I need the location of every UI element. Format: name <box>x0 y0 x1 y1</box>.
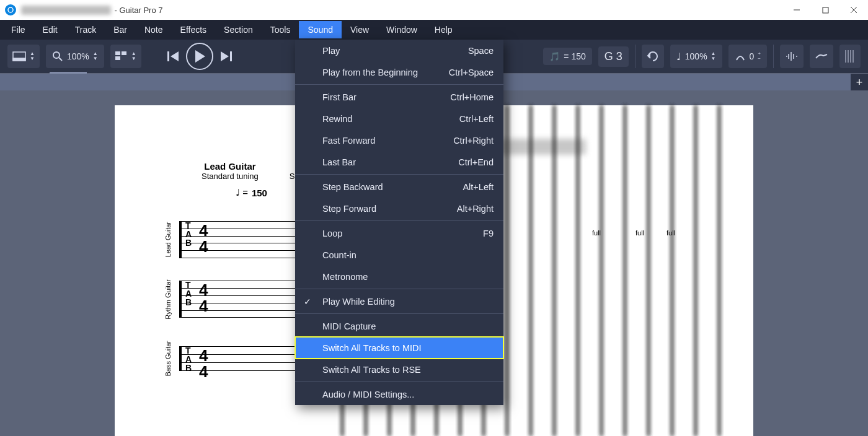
maximize-button[interactable] <box>811 0 839 20</box>
menu-item-step-backward[interactable]: Step BackwardAlt+Left <box>295 176 503 198</box>
menu-separator <box>295 289 503 289</box>
svg-rect-2 <box>823 7 828 13</box>
menu-item-first-bar[interactable]: First BarCtrl+Home <box>295 86 503 108</box>
menu-window[interactable]: Window <box>378 21 426 38</box>
menu-item-play-from-the-beginning[interactable]: Play from the BeginningCtrl+Space <box>295 61 503 83</box>
menu-note[interactable]: Note <box>136 21 172 38</box>
tempo-indicator[interactable]: 🎵 = 150 <box>543 48 591 65</box>
menu-item-play[interactable]: PlaySpace <box>295 40 503 61</box>
app-icon <box>5 4 16 15</box>
check-icon: ✓ <box>304 297 311 307</box>
zoom-control[interactable]: 100% ▲▼ <box>46 45 104 68</box>
jack-icon <box>815 52 828 61</box>
next-track-button[interactable] <box>219 50 233 63</box>
menu-effects[interactable]: Effects <box>172 21 216 38</box>
menu-bar[interactable]: Bar <box>105 21 136 38</box>
svg-rect-10 <box>122 51 126 55</box>
undo-button[interactable] <box>642 45 664 68</box>
menu-bar: FileEditTrackBarNoteEffectsSectionToolsS… <box>0 20 868 40</box>
menu-item-metronome[interactable]: Metronome <box>295 266 503 287</box>
play-button[interactable] <box>186 43 213 70</box>
menu-separator <box>295 313 503 314</box>
menu-separator <box>295 381 503 382</box>
soundwave-icon <box>785 51 799 62</box>
svg-rect-6 <box>13 58 25 61</box>
menu-separator <box>295 174 503 175</box>
menu-view[interactable]: View <box>342 21 378 38</box>
menu-item-switch-all-tracks-to-midi[interactable]: Switch All Tracks to MIDI <box>295 337 503 359</box>
tuner-control[interactable]: 0 +− <box>728 45 767 68</box>
zoom-value: 100% <box>67 51 89 61</box>
menu-item-last-bar[interactable]: Last BarCtrl+End <box>295 151 503 173</box>
fretboard-icon <box>844 50 856 63</box>
effects-button[interactable] <box>780 45 804 68</box>
chord-indicator[interactable]: G 3 <box>598 46 629 67</box>
menu-section[interactable]: Section <box>215 21 262 38</box>
menu-item-midi-capture[interactable]: MIDI Capture <box>295 315 503 337</box>
title-bar: xxxxxxxxxxxxxxxxxxxxx - Guitar Pro 7 <box>0 0 868 20</box>
note-icon: ♩ <box>676 51 681 63</box>
menu-item-count-in[interactable]: Count-in <box>295 244 503 266</box>
menu-edit[interactable]: Edit <box>34 21 66 38</box>
staff-label: Rythm Guitar <box>164 279 175 320</box>
svg-marker-14 <box>195 50 205 63</box>
svg-rect-12 <box>167 51 169 61</box>
menu-item-rewind[interactable]: RewindCtrl+Left <box>295 108 503 129</box>
minimize-button[interactable] <box>782 0 811 20</box>
search-icon <box>52 51 63 62</box>
window-title: xxxxxxxxxxxxxxxxxxxxx - Guitar Pro 7 <box>21 6 163 15</box>
cable-button[interactable] <box>810 45 833 68</box>
fretboard-button[interactable] <box>839 45 861 68</box>
menu-separator <box>295 220 503 221</box>
layout-switcher[interactable]: ▲▼ <box>7 45 40 68</box>
staff-label: Bass Guitar <box>164 341 175 376</box>
svg-line-8 <box>59 58 62 61</box>
menu-item-switch-all-tracks-to-rse[interactable]: Switch All Tracks to RSE <box>295 359 503 380</box>
svg-point-7 <box>53 52 60 58</box>
svg-rect-9 <box>115 51 120 55</box>
prev-track-button[interactable] <box>166 50 180 63</box>
menu-separator <box>295 84 503 85</box>
sound-menu-dropdown: PlaySpacePlay from the BeginningCtrl+Spa… <box>295 40 503 405</box>
menu-item-loop[interactable]: LoopF9 <box>295 222 503 244</box>
master-volume[interactable]: ♩ 100% ▲▼ <box>670 45 722 68</box>
menu-sound[interactable]: Sound <box>299 21 341 38</box>
menu-item-play-while-editing[interactable]: ✓Play While Editing <box>295 290 503 312</box>
tempo-icon: 🎵 <box>549 51 560 61</box>
svg-point-0 <box>8 7 13 12</box>
menu-help[interactable]: Help <box>426 21 461 38</box>
menu-item-step-forward[interactable]: Step ForwardAlt+Right <box>295 198 503 219</box>
menu-file[interactable]: File <box>2 21 34 38</box>
svg-rect-16 <box>230 51 232 61</box>
menu-track[interactable]: Track <box>66 21 105 38</box>
tuner-icon <box>735 51 746 62</box>
svg-rect-11 <box>115 56 120 60</box>
add-tab-button[interactable]: + <box>851 74 868 91</box>
menu-item-audio-midi-settings-[interactable]: Audio / MIDI Settings... <box>295 383 503 405</box>
svg-marker-13 <box>170 51 179 61</box>
close-button[interactable] <box>839 0 868 20</box>
staff-label: Lead Guitar <box>164 222 175 257</box>
track-header: Lead GuitarStandard tuning <box>202 161 259 181</box>
svg-marker-15 <box>221 51 229 61</box>
menu-tools[interactable]: Tools <box>262 21 299 38</box>
view-mode-switcher[interactable]: ▲▼ <box>110 45 141 68</box>
menu-item-fast-forward[interactable]: Fast ForwardCtrl+Right <box>295 129 503 151</box>
